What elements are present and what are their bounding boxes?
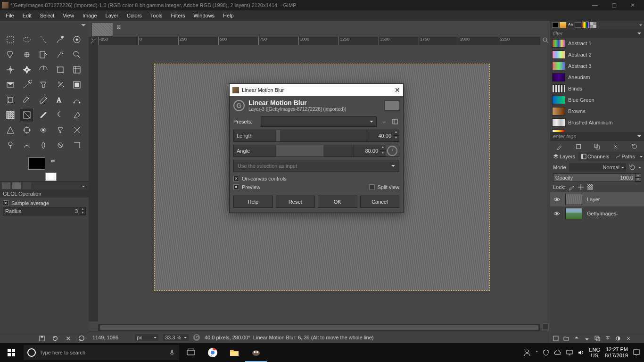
tool-1[interactable] — [20, 33, 33, 46]
menu-colors[interactable]: Colors — [123, 12, 146, 19]
tool-39[interactable] — [70, 139, 83, 152]
tool-19[interactable] — [70, 78, 83, 91]
visibility-icon[interactable] — [553, 210, 561, 217]
menu-edit[interactable]: Edit — [19, 12, 35, 19]
lang-indicator-1[interactable]: ENG — [589, 347, 600, 353]
dock-menu-icon[interactable] — [81, 23, 86, 27]
duplicate-layer-icon[interactable] — [594, 336, 600, 341]
layer-row[interactable]: GettyImages- — [550, 206, 644, 221]
menu-image[interactable]: Image — [79, 12, 101, 19]
tool-13[interactable] — [54, 63, 67, 76]
tool-4[interactable] — [70, 33, 83, 46]
tool-33[interactable] — [54, 123, 67, 137]
menu-filters[interactable]: Filters — [167, 12, 189, 19]
zoom-icon[interactable] — [542, 37, 549, 43]
new-layer-icon[interactable] — [553, 336, 559, 341]
tool-21[interactable] — [20, 93, 33, 107]
tool-27[interactable] — [37, 108, 50, 122]
defender-icon[interactable] — [543, 349, 549, 356]
mode-switch-icon[interactable] — [629, 164, 636, 171]
reset-preset-icon[interactable] — [78, 335, 85, 342]
angle-spinner[interactable]: ▲▼ — [380, 145, 386, 156]
start-button[interactable] — [0, 349, 23, 356]
palettes-tab-icon[interactable] — [590, 22, 596, 28]
new-gradient-icon[interactable] — [575, 143, 582, 150]
onedrive-icon[interactable] — [554, 350, 561, 355]
gradient-row[interactable]: Aneurism — [550, 72, 644, 83]
layer-row[interactable]: Layer — [550, 192, 644, 206]
tool-30[interactable] — [4, 123, 17, 137]
gradient-row[interactable]: Abstract 2 — [550, 49, 644, 60]
tool-36[interactable] — [20, 139, 33, 152]
length-param[interactable]: Length 40.00 ▲▼ — [233, 130, 399, 142]
tool-14[interactable] — [70, 63, 83, 76]
tool-23[interactable]: A — [54, 93, 67, 107]
tool-6[interactable] — [20, 48, 33, 61]
tool-18[interactable] — [54, 78, 67, 91]
gradient-row[interactable]: Browns — [550, 106, 644, 117]
tool-5[interactable] — [4, 48, 17, 61]
people-icon[interactable] — [523, 349, 531, 356]
gradient-row[interactable]: Burning Paper — [550, 128, 644, 132]
dock-menu-icon[interactable] — [639, 22, 642, 28]
taskbar-search[interactable]: Type here to search — [24, 345, 179, 360]
patterns-tab-icon[interactable] — [560, 22, 566, 28]
layers-menu-icon[interactable] — [638, 152, 644, 161]
tab-paths[interactable]: Paths — [612, 152, 638, 161]
tool-8[interactable] — [54, 48, 67, 61]
tool-3[interactable] — [54, 33, 67, 46]
network-icon[interactable] — [566, 349, 573, 356]
tool-24[interactable] — [70, 93, 83, 107]
menu-layer[interactable]: Layer — [102, 12, 123, 19]
history-tab-icon[interactable] — [575, 22, 581, 28]
mic-icon[interactable] — [169, 349, 175, 356]
foreground-swatch[interactable] — [28, 157, 45, 170]
gradient-row[interactable]: Blinds — [550, 83, 644, 94]
length-spinner[interactable]: ▲▼ — [393, 130, 399, 141]
volume-icon[interactable] — [578, 349, 584, 356]
layer-list[interactable]: LayerGettyImages- — [550, 192, 644, 333]
radius-field[interactable]: Radius 3 ▲▼ — [3, 207, 86, 215]
splitview-checkbox[interactable] — [369, 184, 375, 190]
tool-16[interactable] — [20, 78, 33, 91]
lower-layer-icon[interactable] — [584, 336, 590, 341]
angle-value[interactable]: 80.00 — [354, 145, 380, 156]
maximize-button[interactable]: ▢ — [604, 2, 623, 8]
preview-checkbox[interactable]: ✕ — [233, 184, 239, 190]
tool-32[interactable] — [37, 123, 50, 137]
dialog-titlebar[interactable]: Linear Motion Blur ✕ — [230, 84, 403, 96]
tool-12[interactable] — [37, 63, 50, 76]
new-group-icon[interactable] — [563, 336, 569, 341]
document-tab-close[interactable]: ⊠ — [115, 24, 122, 30]
tool-15[interactable] — [4, 78, 17, 91]
gradient-row[interactable]: Abstract 1 — [550, 38, 644, 49]
mode-extra-icon[interactable] — [638, 165, 641, 170]
duplicate-gradient-icon[interactable] — [594, 143, 600, 150]
menu-select[interactable]: Select — [36, 12, 58, 19]
ruler-vertical[interactable] — [89, 45, 98, 321]
save-preset-icon[interactable] — [39, 335, 45, 342]
menu-tools[interactable]: Tools — [147, 12, 166, 19]
angle-param[interactable]: Angle 80.00 ▲▼ — [233, 145, 399, 157]
ruler-horizontal[interactable]: -2500250500750100012501500175020002250 — [98, 37, 540, 45]
gradient-filter-input[interactable]: filter — [550, 29, 644, 38]
lock-pixels-icon[interactable] — [568, 184, 575, 190]
tool-9[interactable] — [70, 48, 83, 61]
navigation-preview-icon[interactable] — [542, 323, 549, 330]
tool-0[interactable] — [4, 33, 17, 46]
minimize-button[interactable]: — — [586, 2, 604, 8]
length-value[interactable]: 40.00 — [367, 130, 393, 141]
manage-preset-icon[interactable] — [391, 117, 399, 126]
dialog-close-button[interactable]: ✕ — [395, 86, 400, 94]
presets-dropdown[interactable] — [261, 116, 377, 127]
tool-25[interactable] — [4, 108, 17, 122]
tool-17[interactable] — [37, 78, 50, 91]
tool-26[interactable] — [20, 108, 33, 122]
edit-gradient-icon[interactable] — [556, 143, 563, 150]
angle-wheel[interactable] — [386, 145, 399, 156]
mode-dropdown[interactable]: Normal — [569, 163, 626, 172]
gradient-row[interactable]: Blue Green — [550, 94, 644, 106]
mask-icon[interactable] — [615, 336, 621, 341]
dialog-preview-swatch[interactable] — [384, 100, 399, 111]
merge-down-icon[interactable] — [605, 336, 611, 341]
